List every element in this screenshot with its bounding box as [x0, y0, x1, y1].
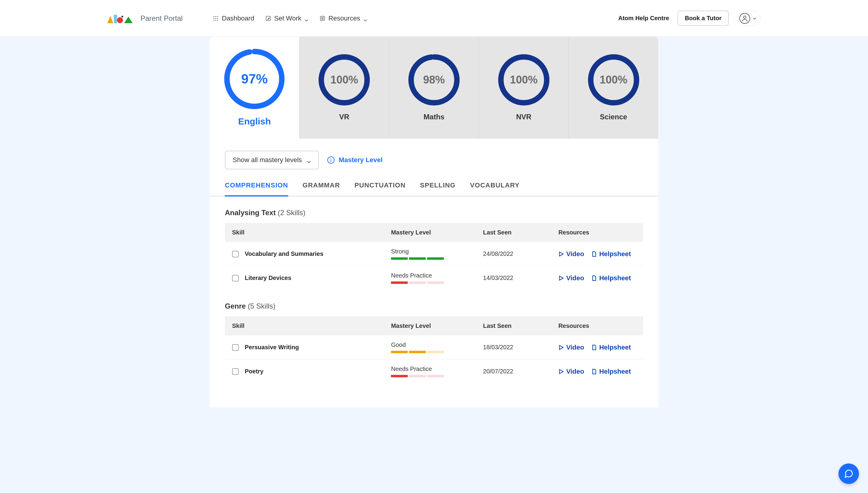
controls-row: Show all mastery levels i Mastery Level [210, 138, 658, 169]
th-resources: Resources [551, 316, 643, 336]
mastery-segment [409, 351, 426, 353]
nav-resources-label: Resources [328, 15, 360, 22]
topic-tab-spelling[interactable]: SPELLING [420, 181, 456, 196]
helpsheet-link[interactable]: Helpsheet [591, 250, 631, 258]
subject-name: NVR [516, 113, 531, 121]
subject-tab-english[interactable]: 97% English [210, 37, 300, 138]
helpsheet-link[interactable]: Helpsheet [591, 344, 631, 351]
edit-icon [265, 15, 271, 21]
mastery-filter-dropdown[interactable]: Show all mastery levels [225, 151, 319, 169]
video-link[interactable]: Video [559, 344, 584, 351]
skill-checkbox[interactable] [232, 368, 239, 375]
group-title: Genre (5 Skills) [225, 302, 643, 310]
group-count: (5 Skills) [248, 302, 276, 310]
mastery-bar [391, 257, 468, 260]
last-seen: 20/07/2022 [483, 368, 513, 374]
helpsheet-link[interactable]: Helpsheet [591, 274, 631, 282]
mastery-cell: Needs Practice [391, 366, 468, 377]
chevron-down-icon [753, 16, 757, 21]
subject-tab-nvr[interactable]: 100% NVR [479, 37, 569, 138]
mastery-label: Good [391, 341, 468, 348]
mastery-segment [391, 375, 408, 377]
mastery-label: Needs Practice [391, 366, 468, 372]
document-icon [591, 275, 597, 281]
mastery-info-label: Mastery Level [339, 156, 383, 164]
help-centre-link[interactable]: Atom Help Centre [618, 15, 669, 22]
info-icon: i [327, 156, 334, 164]
mastery-segment [427, 351, 444, 353]
subject-tab-maths[interactable]: 98% Maths [389, 37, 479, 138]
progress-percent: 100% [600, 73, 628, 86]
video-link[interactable]: Video [559, 274, 584, 282]
mastery-segment [427, 281, 444, 284]
book-tutor-button[interactable]: Book a Tutor [677, 10, 729, 26]
th-skill: Skill [225, 316, 384, 336]
mastery-info-link[interactable]: i Mastery Level [327, 156, 383, 164]
topic-tab-vocabulary[interactable]: VOCABULARY [470, 181, 520, 196]
svg-marker-0 [107, 16, 113, 23]
main-nav: Dashboard Set Work Resources [213, 15, 367, 22]
svg-point-5 [216, 16, 216, 17]
main-container: 97% English 100% VR 98% Maths 100% [103, 37, 765, 407]
logo-mark [107, 14, 134, 23]
nav-dashboard-label: Dashboard [222, 15, 254, 22]
mastery-segment [391, 351, 408, 353]
progress-ring: 98% [408, 54, 460, 105]
last-seen: 24/08/2022 [483, 251, 513, 257]
topic-tab-grammar[interactable]: GRAMMAR [303, 181, 340, 196]
logo[interactable]: Parent Portal [107, 14, 183, 23]
mastery-segment [391, 257, 408, 260]
svg-point-9 [217, 18, 218, 19]
skills-table: Skill Mastery Level Last Seen Resources … [225, 223, 643, 290]
list-icon [320, 15, 325, 21]
subject-name: Maths [424, 113, 444, 121]
svg-point-3 [122, 16, 123, 18]
svg-point-18 [743, 16, 746, 18]
progress-ring: 97% [224, 49, 284, 109]
play-icon [559, 345, 564, 350]
th-resources: Resources [551, 223, 643, 242]
video-link[interactable]: Video [559, 250, 584, 258]
nav-resources[interactable]: Resources [320, 15, 367, 22]
chevron-down-icon [304, 16, 309, 21]
topic-tab-comprehension[interactable]: COMPREHENSION [225, 181, 288, 196]
top-header: Parent Portal Dashboard Set Work Resourc… [0, 0, 868, 37]
skill-name: Literary Devices [245, 275, 291, 281]
svg-point-10 [214, 20, 215, 21]
helpsheet-link[interactable]: Helpsheet [591, 368, 631, 376]
document-icon [591, 345, 597, 350]
th-skill: Skill [225, 223, 384, 242]
topic-tab-punctuation[interactable]: PUNCTUATION [354, 181, 405, 196]
skills-table: Skill Mastery Level Last Seen Resources … [225, 316, 643, 383]
svg-marker-30 [559, 276, 563, 280]
skill-checkbox[interactable] [232, 251, 239, 257]
svg-point-6 [217, 16, 218, 17]
progress-percent: 100% [330, 73, 358, 86]
svg-point-8 [216, 18, 216, 19]
mastery-filter-label: Show all mastery levels [233, 156, 302, 164]
skill-name: Poetry [245, 368, 263, 375]
subject-tab-vr[interactable]: 100% VR [300, 37, 389, 138]
last-seen: 14/03/2022 [483, 275, 513, 281]
svg-rect-1 [114, 15, 117, 23]
skill-checkbox[interactable] [232, 344, 239, 351]
th-last-seen: Last Seen [476, 223, 551, 242]
skill-name: Vocabulary and Summaries [245, 251, 323, 257]
progress-percent: 97% [241, 71, 268, 86]
subject-tabs: 97% English 100% VR 98% Maths 100% [210, 37, 658, 138]
svg-point-4 [214, 16, 215, 17]
mastery-cell: Strong [391, 248, 468, 260]
subject-tab-science[interactable]: 100% Science [569, 37, 658, 138]
th-mastery: Mastery Level [384, 223, 476, 242]
table-row: Vocabulary and Summaries Strong 24/08/20… [225, 242, 643, 266]
nav-dashboard[interactable]: Dashboard [213, 15, 254, 22]
progress-ring: 100% [498, 54, 549, 105]
user-menu[interactable] [737, 11, 761, 26]
nav-set-work[interactable]: Set Work [265, 15, 309, 22]
svg-marker-31 [559, 345, 563, 349]
video-link[interactable]: Video [559, 368, 584, 376]
skill-checkbox[interactable] [232, 275, 239, 281]
th-last-seen: Last Seen [476, 316, 551, 336]
subject-name: Science [600, 113, 627, 121]
table-row: Literary Devices Needs Practice 14/03/20… [225, 266, 643, 290]
